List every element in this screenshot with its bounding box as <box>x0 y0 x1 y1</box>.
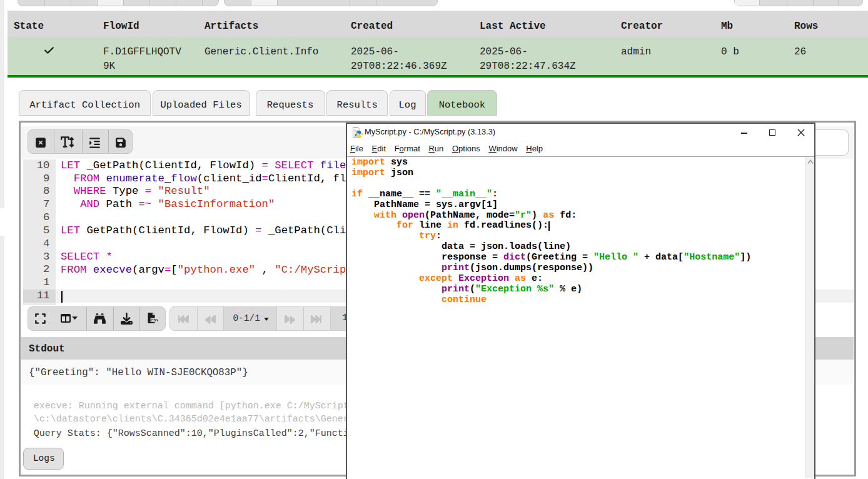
svg-text:CSV: CSV <box>150 318 158 322</box>
